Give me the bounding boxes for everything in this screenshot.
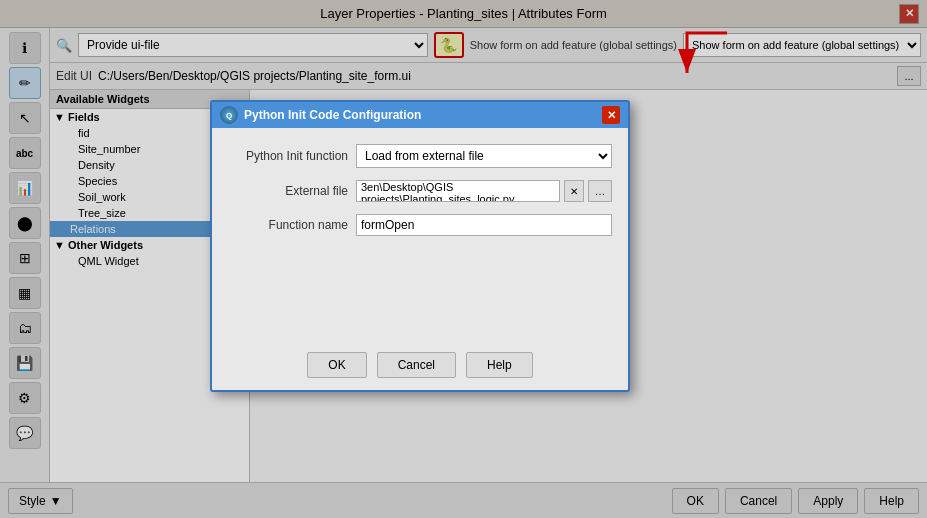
external-file-label: External file <box>228 184 348 198</box>
function-name-input[interactable] <box>356 214 612 236</box>
modal-title-bar: Q Python Init Code Configuration ✕ <box>212 102 628 128</box>
external-file-browse-button[interactable]: … <box>588 180 612 202</box>
function-name-label: Function name <box>228 218 348 232</box>
python-init-label: Python Init function <box>228 149 348 163</box>
modal-cancel-button[interactable]: Cancel <box>377 352 456 378</box>
modal-close-button[interactable]: ✕ <box>602 106 620 124</box>
modal-ok-button[interactable]: OK <box>307 352 366 378</box>
python-init-dialog: Q Python Init Code Configuration ✕ Pytho… <box>210 100 630 392</box>
modal-title: Python Init Code Configuration <box>244 108 421 122</box>
function-name-row: Function name <box>228 214 612 236</box>
external-file-clear-button[interactable]: ✕ <box>564 180 584 202</box>
python-init-select[interactable]: Load from external file No function Prov… <box>356 144 612 168</box>
modal-footer: OK Cancel Help <box>212 344 628 390</box>
python-init-row: Python Init function Load from external … <box>228 144 612 168</box>
modal-body: Python Init function Load from external … <box>212 128 628 344</box>
modal-overlay: Q Python Init Code Configuration ✕ Pytho… <box>0 0 927 518</box>
external-file-controls: 3en\Desktop\QGIS projects\Planting_sites… <box>356 180 612 202</box>
external-file-row: External file 3en\Desktop\QGIS projects\… <box>228 180 612 202</box>
modal-help-button[interactable]: Help <box>466 352 533 378</box>
qgis-dialog-icon: Q <box>220 106 238 124</box>
external-file-input[interactable]: 3en\Desktop\QGIS projects\Planting_sites… <box>356 180 560 202</box>
